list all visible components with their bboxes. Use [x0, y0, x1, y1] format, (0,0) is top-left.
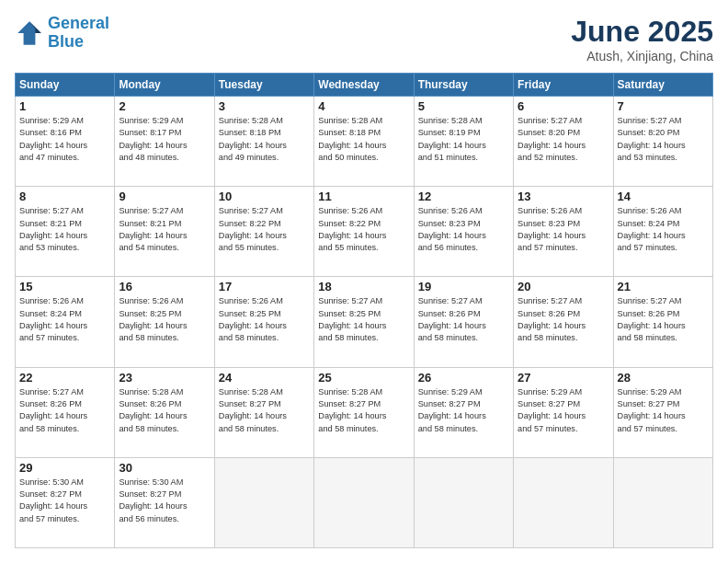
calendar-cell: 21Sunrise: 5:27 AM Sunset: 8:26 PM Dayli… — [613, 277, 712, 367]
day-number: 7 — [618, 99, 709, 113]
calendar-cell: 23Sunrise: 5:28 AM Sunset: 8:26 PM Dayli… — [115, 367, 214, 457]
day-number: 24 — [219, 371, 310, 385]
calendar-cell: 10Sunrise: 5:27 AM Sunset: 8:22 PM Dayli… — [214, 187, 313, 277]
calendar-cell — [514, 457, 613, 547]
day-number: 30 — [119, 461, 210, 475]
day-number: 18 — [318, 280, 409, 293]
day-header-tuesday: Tuesday — [214, 74, 313, 97]
day-header-friday: Friday — [514, 74, 613, 97]
week-row-5: 29Sunrise: 5:30 AM Sunset: 8:27 PM Dayli… — [16, 457, 713, 547]
calendar-cell: 16Sunrise: 5:26 AM Sunset: 8:25 PM Dayli… — [115, 277, 214, 367]
day-number: 4 — [318, 99, 409, 113]
day-info: Sunrise: 5:29 AM Sunset: 8:27 PM Dayligh… — [618, 386, 709, 435]
day-info: Sunrise: 5:29 AM Sunset: 8:17 PM Dayligh… — [119, 115, 210, 164]
calendar-cell — [613, 457, 712, 547]
calendar-cell: 19Sunrise: 5:27 AM Sunset: 8:26 PM Dayli… — [414, 277, 513, 367]
location: Atush, Xinjiang, China — [571, 49, 713, 63]
calendar-cell: 8Sunrise: 5:27 AM Sunset: 8:21 PM Daylig… — [16, 187, 115, 277]
day-number: 3 — [219, 99, 310, 113]
calendar-cell: 29Sunrise: 5:30 AM Sunset: 8:27 PM Dayli… — [16, 457, 115, 547]
day-number: 26 — [418, 371, 509, 385]
calendar-cell: 3Sunrise: 5:28 AM Sunset: 8:18 PM Daylig… — [214, 97, 313, 187]
day-header-monday: Monday — [115, 74, 214, 97]
day-number: 19 — [418, 280, 509, 293]
day-info: Sunrise: 5:27 AM Sunset: 8:26 PM Dayligh… — [418, 295, 509, 344]
day-number: 6 — [518, 99, 609, 113]
day-number: 16 — [119, 280, 210, 293]
calendar-cell: 22Sunrise: 5:27 AM Sunset: 8:26 PM Dayli… — [16, 367, 115, 457]
day-info: Sunrise: 5:26 AM Sunset: 8:23 PM Dayligh… — [418, 205, 509, 254]
header: General Blue June 2025 Atush, Xinjiang, … — [15, 15, 713, 63]
calendar-cell: 18Sunrise: 5:27 AM Sunset: 8:25 PM Dayli… — [314, 277, 414, 367]
day-number: 8 — [19, 190, 110, 203]
calendar-cell: 12Sunrise: 5:26 AM Sunset: 8:23 PM Dayli… — [414, 187, 513, 277]
day-number: 17 — [219, 280, 310, 293]
day-info: Sunrise: 5:28 AM Sunset: 8:27 PM Dayligh… — [318, 386, 409, 435]
week-row-3: 15Sunrise: 5:26 AM Sunset: 8:24 PM Dayli… — [16, 277, 713, 367]
logo-text: General Blue — [48, 15, 109, 52]
day-number: 23 — [119, 371, 210, 385]
day-number: 25 — [318, 371, 409, 385]
day-header-sunday: Sunday — [16, 74, 115, 97]
day-info: Sunrise: 5:26 AM Sunset: 8:24 PM Dayligh… — [19, 295, 110, 344]
day-header-saturday: Saturday — [613, 74, 712, 97]
day-info: Sunrise: 5:27 AM Sunset: 8:25 PM Dayligh… — [318, 295, 409, 344]
calendar-cell: 1Sunrise: 5:29 AM Sunset: 8:16 PM Daylig… — [16, 97, 115, 187]
day-number: 29 — [19, 461, 110, 475]
calendar-cell: 25Sunrise: 5:28 AM Sunset: 8:27 PM Dayli… — [314, 367, 414, 457]
day-number: 1 — [19, 99, 110, 113]
day-info: Sunrise: 5:27 AM Sunset: 8:26 PM Dayligh… — [618, 295, 709, 344]
day-number: 2 — [119, 99, 210, 113]
day-info: Sunrise: 5:26 AM Sunset: 8:25 PM Dayligh… — [119, 295, 210, 344]
calendar-cell: 2Sunrise: 5:29 AM Sunset: 8:17 PM Daylig… — [115, 97, 214, 187]
calendar-cell — [214, 457, 313, 547]
day-number: 21 — [618, 280, 709, 293]
day-info: Sunrise: 5:26 AM Sunset: 8:24 PM Dayligh… — [618, 205, 709, 254]
calendar-cell: 7Sunrise: 5:27 AM Sunset: 8:20 PM Daylig… — [613, 97, 712, 187]
day-info: Sunrise: 5:27 AM Sunset: 8:21 PM Dayligh… — [19, 205, 110, 254]
day-info: Sunrise: 5:30 AM Sunset: 8:27 PM Dayligh… — [119, 477, 210, 525]
calendar-cell: 4Sunrise: 5:28 AM Sunset: 8:18 PM Daylig… — [314, 97, 414, 187]
page: General Blue June 2025 Atush, Xinjiang, … — [0, 0, 728, 563]
day-info: Sunrise: 5:26 AM Sunset: 8:25 PM Dayligh… — [219, 295, 310, 344]
day-number: 11 — [318, 190, 409, 203]
day-number: 28 — [618, 371, 709, 385]
day-number: 22 — [19, 371, 110, 385]
calendar-cell: 9Sunrise: 5:27 AM Sunset: 8:21 PM Daylig… — [115, 187, 214, 277]
day-number: 10 — [219, 190, 310, 203]
day-info: Sunrise: 5:29 AM Sunset: 8:16 PM Dayligh… — [19, 115, 110, 164]
calendar-cell: 17Sunrise: 5:26 AM Sunset: 8:25 PM Dayli… — [214, 277, 313, 367]
calendar-header-row: SundayMondayTuesdayWednesdayThursdayFrid… — [16, 74, 713, 97]
day-info: Sunrise: 5:30 AM Sunset: 8:27 PM Dayligh… — [19, 477, 110, 525]
day-info: Sunrise: 5:28 AM Sunset: 8:19 PM Dayligh… — [418, 115, 509, 164]
calendar-cell: 6Sunrise: 5:27 AM Sunset: 8:20 PM Daylig… — [514, 97, 613, 187]
logo: General Blue — [15, 15, 109, 52]
day-header-thursday: Thursday — [414, 74, 513, 97]
day-number: 12 — [418, 190, 509, 203]
logo-icon — [15, 18, 44, 48]
calendar-cell: 15Sunrise: 5:26 AM Sunset: 8:24 PM Dayli… — [16, 277, 115, 367]
calendar-cell: 14Sunrise: 5:26 AM Sunset: 8:24 PM Dayli… — [613, 187, 712, 277]
day-number: 14 — [618, 190, 709, 203]
calendar: SundayMondayTuesdayWednesdayThursdayFrid… — [15, 73, 713, 548]
calendar-body: 1Sunrise: 5:29 AM Sunset: 8:16 PM Daylig… — [16, 97, 713, 548]
day-number: 15 — [19, 280, 110, 293]
day-number: 9 — [119, 190, 210, 203]
day-info: Sunrise: 5:26 AM Sunset: 8:23 PM Dayligh… — [518, 205, 609, 254]
day-info: Sunrise: 5:29 AM Sunset: 8:27 PM Dayligh… — [518, 386, 609, 435]
logo-general: General — [48, 14, 109, 32]
calendar-cell: 27Sunrise: 5:29 AM Sunset: 8:27 PM Dayli… — [514, 367, 613, 457]
day-header-wednesday: Wednesday — [314, 74, 414, 97]
day-info: Sunrise: 5:27 AM Sunset: 8:20 PM Dayligh… — [618, 115, 709, 164]
day-info: Sunrise: 5:27 AM Sunset: 8:22 PM Dayligh… — [219, 205, 310, 254]
day-number: 20 — [518, 280, 609, 293]
day-info: Sunrise: 5:26 AM Sunset: 8:22 PM Dayligh… — [318, 205, 409, 254]
calendar-cell: 20Sunrise: 5:27 AM Sunset: 8:26 PM Dayli… — [514, 277, 613, 367]
day-info: Sunrise: 5:28 AM Sunset: 8:26 PM Dayligh… — [119, 386, 210, 435]
calendar-cell: 24Sunrise: 5:28 AM Sunset: 8:27 PM Dayli… — [214, 367, 313, 457]
calendar-cell — [314, 457, 414, 547]
day-info: Sunrise: 5:27 AM Sunset: 8:21 PM Dayligh… — [119, 205, 210, 254]
calendar-cell: 26Sunrise: 5:29 AM Sunset: 8:27 PM Dayli… — [414, 367, 513, 457]
month-title: June 2025 — [571, 15, 713, 49]
calendar-cell — [414, 457, 513, 547]
